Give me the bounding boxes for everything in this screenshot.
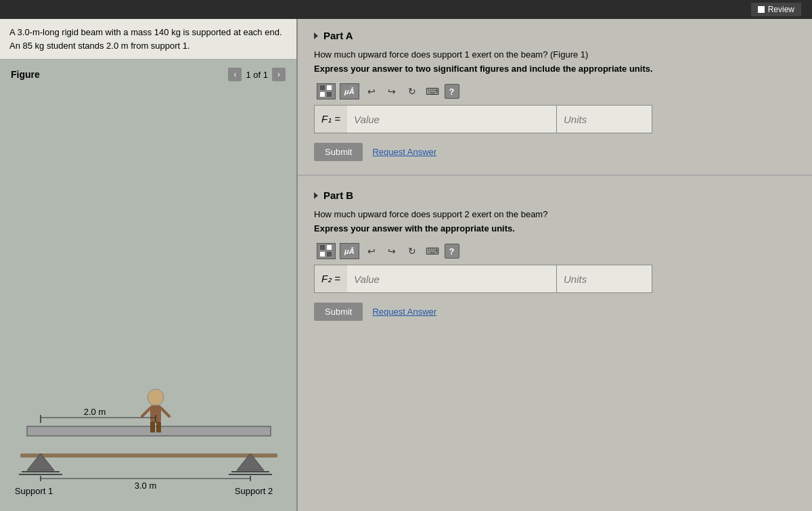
part-b-submit-row: Submit Request Answer bbox=[314, 303, 796, 321]
redo-button-a[interactable]: ↪ bbox=[384, 83, 400, 99]
svg-text:3.0 m: 3.0 m bbox=[135, 481, 157, 491]
part-b-answer-row: F₂ = bbox=[314, 265, 652, 293]
mu-label-b: μÂ bbox=[344, 247, 355, 255]
part-a-section: Part A How much upward force does suppor… bbox=[298, 19, 812, 172]
part-a-question: How much upward force does support 1 exe… bbox=[314, 49, 796, 60]
part-b-arrow-icon bbox=[314, 192, 318, 199]
review-label: Review bbox=[768, 5, 794, 14]
part-a-field-label: F₁ = bbox=[315, 108, 347, 131]
review-button[interactable]: Review bbox=[751, 3, 801, 16]
part-a-instruction: Express your answer to two significant f… bbox=[314, 64, 796, 74]
undo-button-a[interactable]: ↩ bbox=[363, 83, 380, 99]
part-a-value-input[interactable] bbox=[347, 106, 557, 133]
svg-rect-11 bbox=[156, 422, 161, 432]
part-b-field-label: F₂ = bbox=[315, 267, 347, 290]
part-b-submit-button[interactable]: Submit bbox=[314, 303, 363, 321]
nav-prev-button[interactable]: ‹ bbox=[228, 68, 242, 81]
part-b-question: How much upward force does support 2 exe… bbox=[314, 209, 796, 219]
part-a-header[interactable]: Part A bbox=[314, 30, 796, 41]
help-button-b[interactable]: ? bbox=[445, 244, 459, 259]
part-a-title: Part A bbox=[323, 30, 353, 41]
part-a-submit-label: Submit bbox=[325, 147, 352, 157]
nav-next-button[interactable]: › bbox=[272, 68, 286, 81]
figure-area: Figure ‹ 1 of 1 › bbox=[0, 60, 296, 511]
help-label-b: ? bbox=[449, 246, 455, 257]
main-layout: A 3.0-m-long rigid beam with a mass 140 … bbox=[0, 19, 812, 511]
part-b-instruction: Express your answer with the appropriate… bbox=[314, 223, 796, 234]
part-b-value-input[interactable] bbox=[347, 265, 557, 292]
part-a-toolbar: μÂ ↩ ↪ ↻ ⌨ ? bbox=[314, 83, 796, 99]
part-b-title: Part B bbox=[323, 190, 353, 201]
undo-button-b[interactable]: ↩ bbox=[363, 243, 380, 259]
beam-diagram-svg: 2.0 m 3.0 m Support 1 Support 2 bbox=[7, 321, 291, 497]
part-b-toolbar: μÂ ↩ ↪ ↻ ⌨ ? bbox=[314, 243, 796, 259]
matrix-button-a[interactable] bbox=[317, 83, 336, 99]
part-a-submit-button[interactable]: Submit bbox=[314, 143, 363, 161]
svg-text:2.0 m: 2.0 m bbox=[84, 407, 106, 417]
part-b-units-input[interactable] bbox=[557, 265, 652, 292]
part-b-request-answer-label: Request Answer bbox=[372, 307, 436, 317]
matrix-icon-a bbox=[320, 85, 332, 97]
part-a-units-input[interactable] bbox=[557, 106, 652, 133]
left-panel: A 3.0-m-long rigid beam with a mass 140 … bbox=[0, 19, 298, 511]
part-a-submit-row: Submit Request Answer bbox=[314, 143, 796, 161]
mu-button-a[interactable]: μÂ bbox=[340, 83, 359, 99]
svg-point-8 bbox=[148, 389, 164, 405]
part-a-answer-row: F₁ = bbox=[314, 105, 652, 133]
section-divider bbox=[298, 175, 812, 176]
right-panel: Part A How much upward force does suppor… bbox=[298, 19, 812, 511]
part-b-section: Part B How much upward force does suppor… bbox=[298, 179, 812, 332]
part-a-arrow-icon bbox=[314, 32, 318, 39]
part-a-request-answer-label: Request Answer bbox=[372, 147, 436, 157]
matrix-icon-b bbox=[320, 245, 332, 257]
part-b-header[interactable]: Part B bbox=[314, 190, 796, 201]
help-label-a: ? bbox=[449, 87, 455, 97]
reset-button-a[interactable]: ↻ bbox=[404, 83, 420, 99]
nav-count: 1 of 1 bbox=[246, 70, 268, 80]
matrix-button-b[interactable] bbox=[317, 243, 336, 259]
svg-rect-1 bbox=[27, 426, 271, 436]
svg-text:Support 1: Support 1 bbox=[15, 486, 53, 496]
part-a-request-answer-button[interactable]: Request Answer bbox=[372, 147, 436, 157]
part-b-submit-label: Submit bbox=[325, 307, 352, 317]
redo-button-b[interactable]: ↪ bbox=[384, 243, 400, 259]
svg-line-13 bbox=[161, 408, 169, 416]
problem-statement: A 3.0-m-long rigid beam with a mass 140 … bbox=[9, 27, 282, 51]
svg-line-12 bbox=[142, 408, 150, 416]
keyboard-button-b[interactable]: ⌨ bbox=[424, 243, 441, 259]
top-bar: Review bbox=[0, 0, 812, 19]
svg-rect-10 bbox=[150, 422, 155, 432]
problem-text: A 3.0-m-long rigid beam with a mass 140 … bbox=[0, 19, 296, 60]
figure-label: Figure bbox=[11, 69, 40, 80]
figure-nav: ‹ 1 of 1 › bbox=[228, 68, 286, 81]
keyboard-button-a[interactable]: ⌨ bbox=[424, 83, 441, 99]
reset-button-b[interactable]: ↻ bbox=[404, 243, 420, 259]
review-icon bbox=[758, 6, 765, 13]
help-button-a[interactable]: ? bbox=[445, 84, 459, 99]
svg-text:Support 2: Support 2 bbox=[235, 486, 273, 496]
mu-label-a: μÂ bbox=[344, 87, 355, 95]
svg-rect-0 bbox=[20, 453, 277, 458]
mu-button-b[interactable]: μÂ bbox=[340, 243, 359, 259]
part-b-request-answer-button[interactable]: Request Answer bbox=[372, 307, 436, 317]
